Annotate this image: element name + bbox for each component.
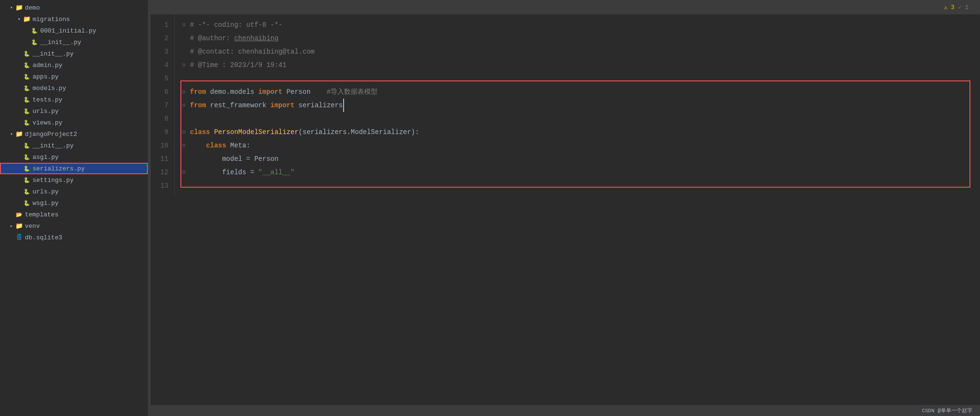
folder-icon-templates: 📂: [15, 211, 23, 218]
sidebar-item-demo[interactable]: 📁 demo: [0, 2, 148, 13]
ok-indicator: ✓ 1: [958, 4, 969, 11]
arrow-venv: [8, 222, 15, 230]
folder-icon-venv: 📁: [15, 222, 23, 230]
sidebar-item-djangoproject2[interactable]: 📁 djangoProject2: [0, 128, 148, 140]
py-icon-init2: 🐍: [23, 50, 31, 57]
gutter-12: ⊟: [182, 166, 188, 179]
py-icon-models: 🐍: [23, 84, 31, 92]
py-icon-urls: 🐍: [23, 107, 31, 115]
code-line-4: ⊟ # @Time : 2023/1/9 19:41: [182, 58, 980, 72]
sidebar-item-asgi[interactable]: 🐍 asgi.py: [0, 151, 148, 163]
sidebar-item-views[interactable]: 🐍 views.py: [0, 117, 148, 128]
sidebar-item-0001[interactable]: 🐍 0001_initial.py: [0, 25, 148, 36]
sidebar-item-label-urls2: urls.py: [33, 188, 59, 195]
sidebar-item-label-tests: tests.py: [33, 96, 62, 103]
folder-icon-demo: 📁: [15, 4, 23, 11]
sidebar-item-label-serializers: serializers.py: [33, 165, 85, 172]
gutter-1: ⊟: [182, 18, 188, 32]
kw-from-7: from: [190, 99, 206, 112]
code-line-6: ⊟ from demo.models import Person #导入数据表模…: [182, 85, 980, 99]
sidebar-item-label-asgi: asgi.py: [33, 154, 59, 161]
code-line-10: ⊟ class Meta:: [182, 139, 980, 152]
sidebar-item-label-init1: __init__.py: [40, 39, 81, 46]
sidebar-item-init2[interactable]: 🐍 __init__.py: [0, 48, 148, 59]
sidebar-item-label-venv: venv: [25, 223, 40, 230]
code-line-9: ⊟ class PersonModelSerializer (serialize…: [182, 125, 980, 139]
line-numbers: 1 2 3 4 5 6 7 8 9 10 11 12 13: [151, 14, 175, 196]
sidebar-item-label-wsgi: wsgi.py: [33, 200, 59, 207]
ln-4: 4: [155, 58, 168, 72]
py-icon-settings: 🐍: [23, 176, 31, 184]
ln-6: 6: [155, 85, 168, 99]
status-bar: CSDN @单单一个赵字: [151, 405, 980, 416]
sidebar-item-apps[interactable]: 🐍 apps.py: [0, 71, 148, 82]
code-container: 1 2 3 4 5 6 7 8 9 10 11 12 13: [151, 14, 980, 196]
sidebar-item-tests[interactable]: 🐍 tests.py: [0, 94, 148, 105]
sidebar-item-venv[interactable]: 📁 venv: [0, 220, 148, 232]
sidebar-item-label-templates: templates: [25, 211, 58, 218]
py-icon-serializers: 🐍: [23, 165, 31, 172]
gutter-11: [182, 152, 188, 166]
sidebar-item-db[interactable]: 🗄 db.sqlite3: [0, 232, 148, 243]
warning-indicator: ⚠ 3: [944, 4, 955, 11]
sidebar-item-urls[interactable]: 🐍 urls.py: [0, 105, 148, 117]
arrow-demo: [8, 4, 15, 11]
line3-text: # @contact: chenhaibing@tal.com: [190, 45, 314, 58]
sidebar-item-init3[interactable]: 🐍 __init__.py: [0, 140, 148, 151]
ln-3: 3: [155, 45, 168, 58]
sidebar-item-urls2[interactable]: 🐍 urls.py: [0, 186, 148, 197]
gutter-2: [182, 32, 188, 45]
line1-text: # -*- coding: utf-8 -*-: [190, 18, 282, 32]
gutter-8: [182, 112, 188, 125]
py-icon-admin: 🐍: [23, 61, 31, 69]
arrow-migrations: [15, 15, 23, 23]
gutter-7: ⊟: [182, 99, 188, 112]
gutter-9: ⊟: [182, 125, 188, 139]
sidebar-item-label-models: models.py: [33, 85, 66, 92]
folder-icon-migrations: 📁: [23, 15, 31, 23]
sidebar-item-settings[interactable]: 🐍 settings.py: [0, 174, 148, 186]
code-editor[interactable]: 1 2 3 4 5 6 7 8 9 10 11 12 13: [151, 14, 980, 405]
sidebar-item-init1[interactable]: 🐍 __init__.py: [0, 36, 148, 48]
gutter-4: ⊟: [182, 58, 188, 72]
gutter-6: ⊟: [182, 85, 188, 99]
code-line-8: [182, 112, 980, 125]
ln-2: 2: [155, 32, 168, 45]
code-line-13: [182, 179, 980, 192]
py-icon-asgi: 🐍: [23, 153, 31, 161]
kw-from-6: from: [190, 85, 206, 99]
sidebar-item-label-0001: 0001_initial.py: [40, 27, 96, 34]
editor-top-bar: ⚠ 3 ✓ 1: [151, 0, 980, 14]
status-label: CSDN @单单一个赵字: [922, 407, 972, 414]
line2-text: # @author: chenhaibing: [190, 32, 278, 45]
sidebar-item-admin[interactable]: 🐍 admin.py: [0, 59, 148, 71]
sidebar-item-models[interactable]: 🐍 models.py: [0, 82, 148, 94]
sidebar-item-label-db: db.sqlite3: [25, 234, 62, 241]
py-icon-wsgi: 🐍: [23, 199, 31, 207]
py-icon-init3: 🐍: [23, 142, 31, 149]
sidebar-item-templates[interactable]: 📂 templates: [0, 209, 148, 220]
code-text[interactable]: ⊟ # -*- coding: utf-8 -*- # @author: che…: [175, 14, 980, 196]
sidebar-item-migrations[interactable]: 📁 migrations: [0, 13, 148, 25]
gutter-10: ⊟: [182, 139, 188, 152]
sidebar-item-wsgi[interactable]: 🐍 wsgi.py: [0, 197, 148, 209]
sidebar-item-label-init3: __init__.py: [33, 142, 74, 149]
file-tree: 📁 demo 📁 migrations 🐍 0001_initial.py 🐍 …: [0, 0, 148, 416]
text-cursor: [343, 99, 348, 112]
code-line-7: ⊟ from rest_framework import serializers: [182, 99, 980, 112]
py-icon-0001: 🐍: [31, 27, 38, 34]
ln-9: 9: [155, 125, 168, 139]
kw-class-9: class: [190, 125, 210, 139]
ln-7: 7: [155, 99, 168, 112]
sidebar-item-label-views: views.py: [33, 119, 62, 126]
code-line-11: model = Person: [182, 152, 980, 166]
sidebar-item-label-settings: settings.py: [33, 177, 74, 184]
indicator-area: ⚠ 3 ✓ 1: [940, 3, 972, 12]
string-all: "__all__": [258, 166, 295, 179]
code-line-3: # @contact: chenhaibing@tal.com: [182, 45, 980, 58]
ln-5: 5: [155, 72, 168, 85]
gutter-13: [182, 179, 188, 192]
ln-11: 11: [155, 152, 168, 166]
code-line-12: ⊟ fields = "__all__": [182, 166, 980, 179]
sidebar-item-serializers[interactable]: 🐍 serializers.py: [0, 163, 148, 174]
